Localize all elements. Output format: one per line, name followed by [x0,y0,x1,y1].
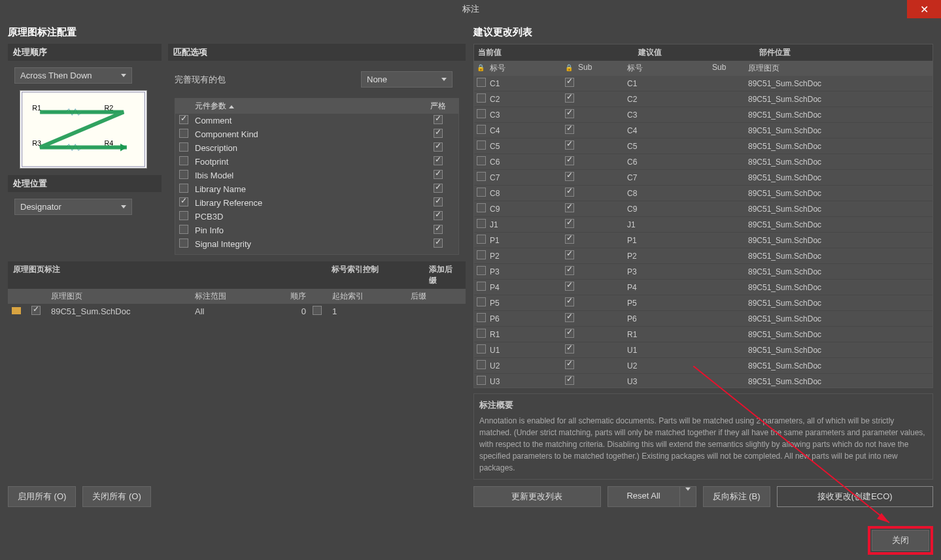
row-sub-checkbox[interactable] [565,125,574,134]
change-row[interactable]: C1 C1 89C51_Sum.SchDoc [474,76,932,91]
change-row[interactable]: C6 C6 89C51_Sum.SchDoc [474,154,932,170]
param-enable-checkbox[interactable] [179,239,188,248]
row-sub-checkbox[interactable] [565,313,574,322]
row-sub-checkbox[interactable] [565,93,574,103]
back-annotate-button[interactable]: 反向标注 (B) [703,486,770,507]
enable-all-button[interactable]: 启用所有 (O) [8,486,76,507]
param-row[interactable]: Footprint [175,155,458,169]
row-sub-checkbox[interactable] [565,109,574,118]
param-row[interactable]: Ibis Model [175,169,458,182]
param-row[interactable]: Library Name [175,182,458,196]
param-enable-checkbox[interactable] [179,115,188,124]
row-lock-checkbox[interactable] [477,78,486,87]
param-enable-checkbox[interactable] [179,211,188,220]
col-sub-prop[interactable]: Sub [710,61,745,76]
param-strict-checkbox[interactable] [434,156,443,165]
row-lock-checkbox[interactable] [477,219,486,228]
row-lock-checkbox[interactable] [477,250,486,259]
param-enable-checkbox[interactable] [179,156,188,165]
change-row[interactable]: C7 C7 89C51_Sum.SchDoc [474,170,932,186]
accept-changes-button[interactable]: 接收更改(创建ECO) [777,486,933,507]
row-lock-checkbox[interactable] [477,172,486,181]
param-strict-checkbox[interactable] [434,142,443,152]
change-row[interactable]: C5 C5 89C51_Sum.SchDoc [474,139,932,154]
row-sub-checkbox[interactable] [565,376,574,385]
row-sub-checkbox[interactable] [565,156,574,165]
window-close-button[interactable]: ✕ [907,0,941,18]
reset-all-button[interactable]: Reset All [607,486,679,507]
change-row[interactable]: P5 P5 89C51_Sum.SchDoc [474,295,932,311]
param-strict-checkbox[interactable] [434,115,443,124]
change-row[interactable]: U2 U2 89C51_Sum.SchDoc [474,358,932,374]
row-sub-checkbox[interactable] [565,266,574,275]
row-sub-checkbox[interactable] [565,344,574,354]
change-row[interactable]: C2 C2 89C51_Sum.SchDoc [474,91,932,107]
param-row[interactable]: Component Kind [175,127,458,141]
col-des-prop[interactable]: 标号 [624,61,710,76]
row-lock-checkbox[interactable] [477,297,486,306]
param-list[interactable]: 元件参数 严格 Comment Component Kind Descripti… [175,98,459,255]
param-enable-checkbox[interactable] [179,142,188,152]
param-enable-checkbox[interactable] [179,129,188,138]
row-lock-checkbox[interactable] [477,266,486,275]
param-row[interactable]: Comment [175,114,458,127]
row-lock-checkbox[interactable] [477,125,486,134]
row-sub-checkbox[interactable] [565,203,574,212]
param-strict-checkbox[interactable] [434,197,443,206]
param-enable-checkbox[interactable] [179,170,188,179]
row-lock-checkbox[interactable] [477,93,486,103]
change-row[interactable]: R1 R1 89C51_Sum.SchDoc [474,327,932,342]
order-dropdown[interactable]: Across Then Down [14,67,132,84]
row-lock-checkbox[interactable] [477,109,486,118]
row-sub-checkbox[interactable] [565,297,574,306]
param-strict-checkbox[interactable] [434,239,443,248]
sheet-idx-checkbox[interactable] [313,306,322,315]
param-row[interactable]: Library Reference [175,196,458,210]
param-row[interactable]: Signal Integrity [175,237,458,251]
row-sub-checkbox[interactable] [565,78,574,87]
col-sheet[interactable]: 原理图页 [745,61,932,76]
row-sub-checkbox[interactable] [565,188,574,197]
disable-all-button[interactable]: 关闭所有 (O) [82,486,150,507]
change-row[interactable]: C3 C3 89C51_Sum.SchDoc [474,107,932,123]
col-sub-cur[interactable]: Sub [575,61,624,76]
param-enable-checkbox[interactable] [179,197,188,206]
row-lock-checkbox[interactable] [477,140,486,150]
row-lock-checkbox[interactable] [477,360,486,369]
change-row[interactable]: U1 U1 89C51_Sum.SchDoc [474,342,932,358]
param-enable-checkbox[interactable] [179,184,188,193]
row-lock-checkbox[interactable] [477,282,486,291]
sheet-row[interactable]: 89C51_Sum.SchDoc All 0 1 [8,304,466,319]
param-enable-checkbox[interactable] [179,225,188,234]
param-strict-checkbox[interactable] [434,211,443,220]
param-strict-checkbox[interactable] [434,170,443,179]
close-button[interactable]: 关闭 [872,530,929,551]
row-lock-checkbox[interactable] [477,329,486,338]
row-lock-checkbox[interactable] [477,313,486,322]
param-row[interactable]: Pin Info [175,223,458,237]
change-row[interactable]: U3 U3 89C51_Sum.SchDoc [474,374,932,387]
row-lock-checkbox[interactable] [477,188,486,197]
param-row[interactable]: PCB3D [175,210,458,223]
param-strict-checkbox[interactable] [434,184,443,193]
row-lock-checkbox[interactable] [477,156,486,165]
param-row[interactable]: Description [175,141,458,155]
change-row[interactable]: P2 P2 89C51_Sum.SchDoc [474,248,932,264]
row-sub-checkbox[interactable] [565,172,574,181]
complete-pkg-dropdown[interactable]: None [361,71,453,88]
change-row[interactable]: P1 P1 89C51_Sum.SchDoc [474,233,932,248]
row-sub-checkbox[interactable] [565,219,574,228]
row-sub-checkbox[interactable] [565,360,574,369]
change-row[interactable]: C9 C9 89C51_Sum.SchDoc [474,201,932,217]
param-strict-checkbox[interactable] [434,129,443,138]
change-row[interactable]: J1 J1 89C51_Sum.SchDoc [474,217,932,233]
reset-all-dropdown[interactable] [679,486,696,507]
row-lock-checkbox[interactable] [477,203,486,212]
change-row[interactable]: C4 C4 89C51_Sum.SchDoc [474,123,932,139]
row-lock-checkbox[interactable] [477,376,486,385]
change-row[interactable]: P6 P6 89C51_Sum.SchDoc [474,311,932,327]
row-lock-checkbox[interactable] [477,344,486,354]
col-des-cur[interactable]: 标号 [487,61,562,76]
row-sub-checkbox[interactable] [565,235,574,244]
location-dropdown[interactable]: Designator [14,199,132,215]
